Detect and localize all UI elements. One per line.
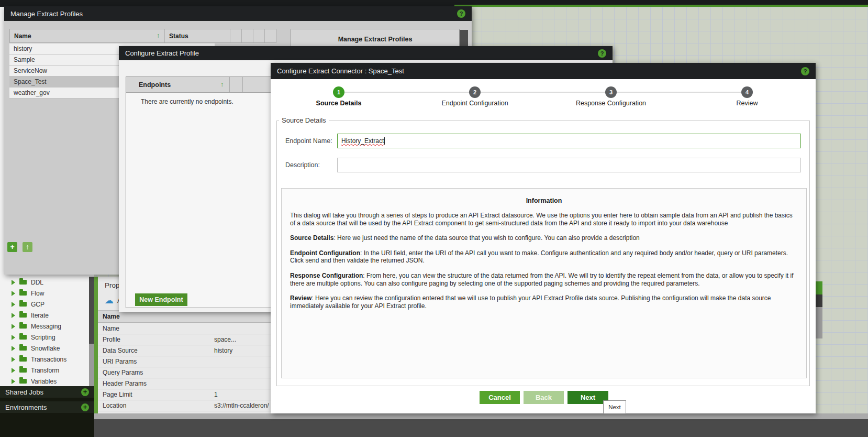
sort-up-icon[interactable]: ↑ <box>157 31 160 39</box>
tree-item-transform[interactable]: Transform <box>0 365 94 376</box>
information-paragraph: Response Configuration: From here, you c… <box>290 272 799 287</box>
expander-icon[interactable] <box>12 335 15 340</box>
tree-item-messaging[interactable]: Messaging <box>0 321 94 332</box>
property-label: Query Params <box>98 369 214 376</box>
tree-item-ddl[interactable]: DDL <box>0 277 94 288</box>
tree-item-snowflake[interactable]: Snowflake <box>0 343 94 354</box>
endpoints-header-label[interactable]: Endpoints <box>139 81 171 89</box>
tab-scrollbar-thumb[interactable] <box>460 30 468 47</box>
description-input[interactable] <box>337 158 801 172</box>
step-indicator-1[interactable]: 1 <box>333 86 344 98</box>
expander-icon[interactable] <box>12 346 15 351</box>
new-endpoint-button[interactable]: New Endpoint <box>135 293 187 306</box>
column-divider <box>242 77 243 92</box>
bottom-status-bar <box>94 419 868 437</box>
property-label: Profile <box>98 336 214 343</box>
folder-icon <box>19 302 27 307</box>
help-icon[interactable]: ? <box>598 49 606 58</box>
property-value: space... <box>214 336 236 343</box>
expander-icon[interactable] <box>12 313 15 318</box>
help-icon[interactable]: ? <box>801 67 809 75</box>
step-indicator-2[interactable]: 2 <box>469 86 481 98</box>
background-scrollbar-track <box>816 307 822 338</box>
tree-item-gcp[interactable]: GCP <box>0 299 94 310</box>
configure-extract-connector-dialog: Configure Extract Connector : Space_Test… <box>271 63 816 413</box>
column-status[interactable]: Status <box>169 32 188 40</box>
next-button[interactable]: Next <box>567 391 608 404</box>
expander-icon[interactable] <box>12 324 15 329</box>
add-environment-icon[interactable]: + <box>81 403 89 411</box>
property-row[interactable]: URI Params <box>98 356 272 367</box>
import-profile-button[interactable]: ↑ <box>23 242 32 252</box>
endpoint-name-input[interactable]: History_Extract <box>337 134 801 148</box>
tab-manage-extract-profiles[interactable]: Manage Extract Profiles <box>291 29 460 47</box>
sort-up-icon[interactable]: ↑ <box>220 80 224 88</box>
property-row[interactable]: Name <box>98 323 272 334</box>
tree-scrollbar-thumb[interactable] <box>89 277 94 344</box>
property-value: 1 <box>214 391 218 398</box>
tree-item-label: Variables <box>31 378 57 385</box>
back-button[interactable]: Back <box>524 391 564 404</box>
sidebar-item-shared-jobs[interactable]: Shared Jobs + <box>0 386 94 398</box>
endpoint-name-label: Endpoint Name: <box>285 137 332 145</box>
property-label: Data Source <box>98 347 214 354</box>
information-paragraph: Review: Here you can review the configur… <box>290 294 799 310</box>
add-profile-button[interactable]: + <box>7 242 17 252</box>
property-label: URI Params <box>98 358 214 365</box>
information-title: Information <box>282 197 806 204</box>
tree-item-scripting[interactable]: Scripting <box>0 332 94 343</box>
configure-profile-titlebar[interactable]: Configure Extract Profile ? <box>119 46 613 60</box>
top-bar-accent <box>454 5 868 7</box>
tree-item-variables[interactable]: Variables <box>0 376 94 387</box>
background-scrollbar-fragment <box>816 281 822 294</box>
connector-titlebar[interactable]: Configure Extract Connector : Space_Test… <box>271 63 816 79</box>
properties-rows: NameProfilespace...Data SourcehistoryURI… <box>98 323 272 411</box>
information-paragraph: Source Details: Here we just need the na… <box>290 234 799 242</box>
property-row[interactable]: Locations3://mtln-ccalderon/ <box>98 400 272 411</box>
cancel-button[interactable]: Cancel <box>480 391 520 404</box>
expander-icon[interactable] <box>12 302 15 307</box>
folder-icon <box>19 324 27 329</box>
paragraph-lead: Review <box>290 294 311 302</box>
property-row[interactable]: Profilespace... <box>98 334 272 345</box>
expander-icon[interactable] <box>12 379 15 384</box>
tree-item-label: Snowflake <box>31 345 60 352</box>
information-paragraph: This dialog will take you through a seri… <box>290 212 799 227</box>
property-value: history <box>214 347 232 354</box>
text-caret <box>384 137 385 145</box>
property-row[interactable]: Page Limit1 <box>98 389 272 400</box>
help-icon[interactable]: ? <box>457 9 465 18</box>
sidebar-item-environments[interactable]: Environments + <box>0 401 94 413</box>
property-label: Header Params <box>98 380 214 387</box>
expander-icon[interactable] <box>12 357 15 362</box>
components-tree: DDLFlowGCPIterateMessagingScriptingSnowf… <box>0 277 94 387</box>
paragraph-lead: Response Configuration <box>290 272 363 279</box>
background-scrollbar-thumb[interactable] <box>816 294 822 307</box>
expander-icon[interactable] <box>12 368 15 373</box>
paragraph-lead: Endpoint Configuration <box>290 249 360 257</box>
paragraph-lead: Source Details <box>290 234 333 242</box>
property-label: Page Limit <box>98 391 214 398</box>
property-label: Name <box>98 325 214 332</box>
tree-item-iterate[interactable]: Iterate <box>0 310 94 321</box>
step-label-3: Response Configuration <box>553 100 669 107</box>
expander-icon[interactable] <box>12 280 15 285</box>
property-row[interactable]: Header Params <box>98 378 272 389</box>
properties-header-row: Name <box>98 310 272 323</box>
step-indicator-4[interactable]: 4 <box>741 86 753 98</box>
column-name[interactable]: Name <box>14 32 31 40</box>
manage-profiles-titlebar[interactable]: Manage Extract Profiles ? <box>4 6 472 21</box>
tree-item-flow[interactable]: Flow <box>0 288 94 299</box>
tree-item-label: Transform <box>31 367 59 374</box>
tree-item-transactions[interactable]: Transactions <box>0 354 94 365</box>
expander-icon[interactable] <box>12 291 15 296</box>
connector-title: Configure Extract Connector : Space_Test <box>277 67 801 75</box>
step-indicator-3[interactable]: 3 <box>605 86 617 98</box>
add-shared-job-icon[interactable]: + <box>81 388 89 396</box>
property-row[interactable]: Data Sourcehistory <box>98 345 272 356</box>
tab-label: Manage Extract Profiles <box>338 36 413 43</box>
environments-label: Environments <box>5 403 81 411</box>
property-row[interactable]: Query Params <box>98 367 272 378</box>
tree-item-label: Transactions <box>31 356 66 363</box>
tree-item-label: Scripting <box>31 334 55 341</box>
